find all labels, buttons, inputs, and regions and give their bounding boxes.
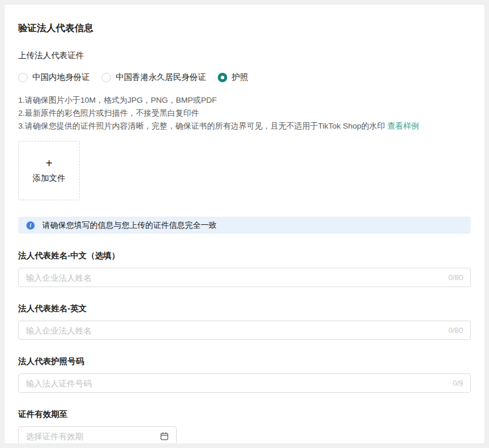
radio-label-mainland-id: 中国内地身份证 xyxy=(32,72,90,83)
name-chinese-input[interactable] xyxy=(26,273,443,282)
radio-unselected-icon xyxy=(18,73,28,82)
upload-instructions: 1.请确保图片小于10M，格式为JPG，PNG，BMP或PDF 2.最新原件的彩… xyxy=(18,94,471,133)
char-counter: 0/80 xyxy=(448,273,463,282)
radio-option-hk-permanent-id[interactable]: 中国香港永久居民身份证 xyxy=(102,72,206,83)
radio-option-mainland-id[interactable]: 中国内地身份证 xyxy=(18,72,90,83)
char-counter: 0/9 xyxy=(453,379,463,388)
radio-label-hk-permanent-id: 中国香港永久居民身份证 xyxy=(116,72,206,83)
passport-number-input-wrap: 0/9 xyxy=(18,373,471,393)
name-english-input-wrap: 0/80 xyxy=(18,321,471,340)
id-type-radio-group: 中国内地身份证 中国香港永久居民身份证 护照 xyxy=(18,72,471,83)
add-file-label: 添加文件 xyxy=(33,173,66,184)
field-label-passport-number: 法人代表护照号码 xyxy=(18,356,471,367)
field-expiry-date: 证件有效期至 xyxy=(18,409,471,443)
instruction-line-3: 3.请确保您提供的证件照片内容清晰，完整，确保证书的所有边界可见，且无不适用于T… xyxy=(18,120,471,133)
radio-unselected-icon xyxy=(102,73,111,82)
view-sample-link[interactable]: 查看样例 xyxy=(387,122,419,130)
consistency-notice-banner: i 请确保您填写的信息与您上传的证件信息完全一致 xyxy=(18,217,471,234)
passport-number-input[interactable] xyxy=(26,379,447,388)
plus-icon: + xyxy=(46,157,53,169)
page-title: 验证法人代表信息 xyxy=(18,22,471,35)
info-icon: i xyxy=(26,221,35,230)
legal-rep-form: 法人代表姓名-中文（选填） 0/80 法人代表姓名-英文 0/80 法人代表护照… xyxy=(18,251,471,443)
field-name-chinese: 法人代表姓名-中文（选填） 0/80 xyxy=(18,251,471,287)
field-label-expiry-date: 证件有效期至 xyxy=(18,409,471,420)
radio-label-passport: 护照 xyxy=(232,72,248,83)
field-label-name-chinese: 法人代表姓名-中文（选填） xyxy=(18,251,471,261)
name-english-input[interactable] xyxy=(26,326,443,335)
notice-text: 请确保您填写的信息与您上传的证件信息完全一致 xyxy=(42,220,217,231)
instruction-line-2: 2.最新原件的彩色照片或扫描件，不接受黑白复印件 xyxy=(18,107,471,120)
instruction-line-1: 1.请确保图片小于10M，格式为JPG，PNG，BMP或PDF xyxy=(18,94,471,107)
upload-docs-label: 上传法人代表证件 xyxy=(18,50,471,61)
calendar-icon[interactable] xyxy=(160,432,169,441)
field-name-english: 法人代表姓名-英文 0/80 xyxy=(18,304,471,340)
verify-legal-rep-card: 验证法人代表信息 上传法人代表证件 中国内地身份证 中国香港永久居民身份证 护照… xyxy=(5,5,484,443)
radio-option-passport[interactable]: 护照 xyxy=(218,72,248,83)
expiry-date-input[interactable] xyxy=(26,432,154,441)
add-file-upload-box[interactable]: + 添加文件 xyxy=(18,141,80,200)
radio-selected-icon xyxy=(218,73,227,82)
name-chinese-input-wrap: 0/80 xyxy=(18,268,471,287)
expiry-date-input-wrap xyxy=(18,426,177,443)
char-counter: 0/80 xyxy=(448,326,463,335)
field-passport-number: 法人代表护照号码 0/9 xyxy=(18,356,471,393)
field-label-name-english: 法人代表姓名-英文 xyxy=(18,304,471,314)
